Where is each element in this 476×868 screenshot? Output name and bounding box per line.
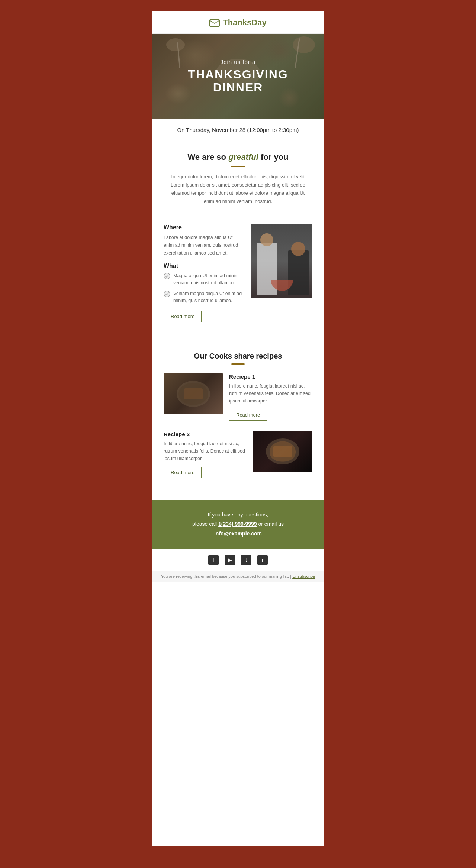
footer-line1: If you have any questions, xyxy=(208,512,268,518)
gratitude-body: Integer dolor lorem, dictum eget efficit… xyxy=(167,173,309,205)
footer-phone-link[interactable]: 1(234) 999-9999 xyxy=(218,521,257,527)
checklist-item-1: Magna aliqua Ut enim ad minim veniam, qu… xyxy=(164,272,244,286)
check-icon-1 xyxy=(164,273,170,279)
svg-point-1 xyxy=(164,273,170,279)
food-item-1 xyxy=(184,388,203,399)
food-plate-1 xyxy=(177,381,210,407)
gratitude-heading-em: greatful xyxy=(228,152,258,162)
social-youtube-icon[interactable]: ▶ xyxy=(225,555,235,565)
food-plate-2 xyxy=(266,438,299,464)
where-heading: Where xyxy=(164,224,244,231)
recipe-read-more-button-2[interactable]: Read more xyxy=(164,467,202,478)
checklist-item-2: Veniam magna aliqua Ut enim ad minim, qu… xyxy=(164,290,244,304)
gratitude-heading-start: We are so xyxy=(187,152,228,162)
checklist: Magna aliqua Ut enim ad minim veniam, qu… xyxy=(164,272,244,304)
email-container: ThanksDay Join us for a THANKSGIVING DIN… xyxy=(152,11,324,846)
checklist-text-1: Magna aliqua Ut enim ad minim veniam, qu… xyxy=(173,272,244,286)
recipes-accent-line xyxy=(231,363,245,365)
recipe-row-2: Reciepe 2 In libero nunc, feugiat laoree… xyxy=(164,431,312,478)
hero-section: Join us for a THANKSGIVING DINNER xyxy=(152,34,324,119)
person-right-figure xyxy=(288,250,309,295)
date-bar: On Thursday, November 28 (12:00pm to 2:3… xyxy=(152,119,324,141)
hero-title: THANKSGIVING DINNER xyxy=(161,68,315,94)
social-linkedin-icon[interactable]: in xyxy=(257,555,268,565)
footer-line2-prefix: please call xyxy=(192,521,218,527)
recipe-body-1: In libero nunc, feugiat laoreet nisi ac,… xyxy=(229,382,312,405)
footer-email-link[interactable]: info@example.com xyxy=(214,531,262,537)
recipe-row-1: Reciepe 1 In libero nunc, feugiat laoree… xyxy=(164,373,312,421)
email-logo-icon xyxy=(209,19,220,27)
recipe-body-2: In libero nunc, feugiat laoreet nisi ac,… xyxy=(164,440,247,462)
recipe-title-2: Reciepe 2 xyxy=(164,431,247,437)
gratitude-accent-line xyxy=(231,166,245,167)
gratitude-heading: We are so greatful for you xyxy=(167,152,309,162)
cooking-people-bg xyxy=(251,224,312,298)
footer: If you have any questions, please call 1… xyxy=(152,500,324,549)
logo-text: ThanksDay xyxy=(223,18,266,27)
recipe-content-2: Reciepe 2 In libero nunc, feugiat laoree… xyxy=(164,431,247,478)
food-item-2 xyxy=(273,446,292,457)
logo: ThanksDay xyxy=(209,18,266,27)
recipe-content-1: Reciepe 1 In libero nunc, feugiat laoree… xyxy=(229,373,312,421)
section-separator-1 xyxy=(152,333,324,348)
recipe-image-1 xyxy=(164,373,223,414)
check-icon-2 xyxy=(164,291,170,297)
gratitude-heading-end: for you xyxy=(258,152,289,162)
date-text: On Thursday, November 28 (12:00pm to 2:3… xyxy=(177,127,299,133)
social-facebook-icon[interactable]: f xyxy=(208,555,219,565)
info-cooking-image xyxy=(251,224,312,298)
footer-text: If you have any questions, please call 1… xyxy=(164,510,312,538)
recipe-read-more-button-1[interactable]: Read more xyxy=(229,409,267,421)
gratitude-section: We are so greatful for you Integer dolor… xyxy=(152,141,324,217)
checklist-text-2: Veniam magna aliqua Ut enim ad minim, qu… xyxy=(173,290,244,304)
unsubscribe-bar: You are receiving this email because you… xyxy=(152,571,324,582)
hero-content: Join us for a THANKSGIVING DINNER xyxy=(161,59,315,94)
recipes-heading: Our Cooks share recipes xyxy=(164,352,312,360)
recipe-image-2 xyxy=(253,431,312,472)
where-body: Labore et dolore magna aliqua Ut enim ad… xyxy=(164,234,244,257)
social-twitter-icon[interactable]: t xyxy=(241,555,251,565)
footer-line2-suffix: or email us xyxy=(257,521,284,527)
hero-subtitle: Join us for a xyxy=(161,59,315,65)
social-bar: f ▶ t in xyxy=(152,549,324,571)
recipe-title-1: Reciepe 1 xyxy=(229,373,312,380)
unsubscribe-text: You are receiving this email because you… xyxy=(161,574,292,579)
what-heading: What xyxy=(164,263,244,269)
info-right-col xyxy=(251,224,312,298)
info-left-col: Where Labore et dolore magna aliqua Ut e… xyxy=(164,224,244,322)
info-section: Where Labore et dolore magna aliqua Ut e… xyxy=(152,217,324,333)
svg-rect-0 xyxy=(210,20,219,26)
unsubscribe-link[interactable]: Unsubscribe xyxy=(292,574,315,579)
recipes-section: Our Cooks share recipes Reciepe 1 In lib… xyxy=(152,348,324,500)
info-read-more-button[interactable]: Read more xyxy=(164,311,202,322)
email-header: ThanksDay xyxy=(152,11,324,34)
svg-point-2 xyxy=(164,291,170,297)
